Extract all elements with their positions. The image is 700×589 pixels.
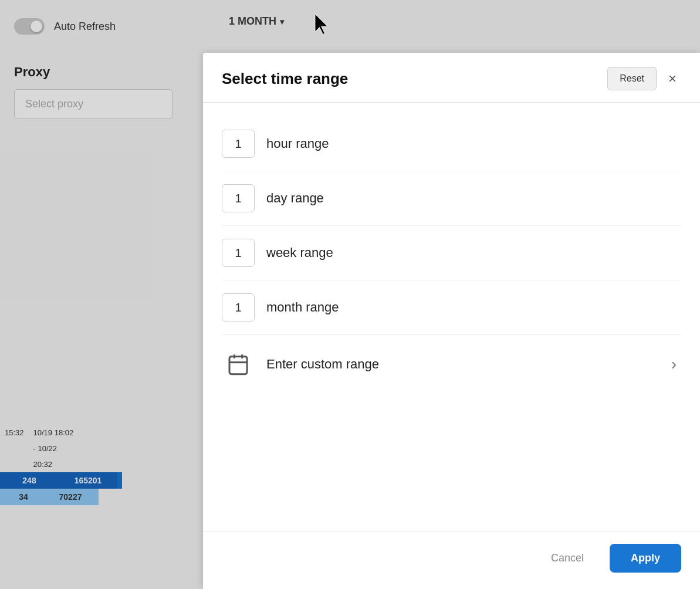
modal-body: 1 hour range 1 day range 1 week range 1 … [203,103,700,532]
day-range-row[interactable]: 1 day range [222,171,681,226]
week-range-label: week range [266,245,333,260]
custom-range-row[interactable]: Enter custom range › [222,335,681,394]
svg-rect-0 [229,357,247,374]
calendar-icon [222,348,255,381]
modal-panel: Select time range Reset × 1 hour range 1… [203,53,700,589]
cancel-button[interactable]: Cancel [535,544,600,573]
apply-button[interactable]: Apply [610,544,681,573]
month-range-row[interactable]: 1 month range [222,280,681,335]
time-range-button[interactable]: 1 MONTH ▾ [224,13,289,30]
hour-range-row[interactable]: 1 hour range [222,117,681,171]
hour-range-label: hour range [266,136,329,151]
day-range-value[interactable]: 1 [222,184,255,212]
chevron-right-icon: › [671,355,681,374]
time-range-label: 1 MONTH [229,15,276,28]
reset-button[interactable]: Reset [607,67,657,90]
modal-header: Select time range Reset × [203,53,700,103]
week-range-value[interactable]: 1 [222,239,255,267]
close-button[interactable]: × [664,69,681,88]
week-range-row[interactable]: 1 week range [222,226,681,280]
chevron-down-icon: ▾ [280,17,284,26]
hour-range-value[interactable]: 1 [222,130,255,158]
month-range-value[interactable]: 1 [222,293,255,321]
custom-range-label: Enter custom range [266,357,379,372]
day-range-label: day range [266,191,324,206]
custom-range-left: Enter custom range [222,348,379,381]
month-range-label: month range [266,300,339,315]
modal-title: Select time range [222,70,348,88]
modal-header-actions: Reset × [607,67,681,90]
modal-footer: Cancel Apply [203,532,700,589]
